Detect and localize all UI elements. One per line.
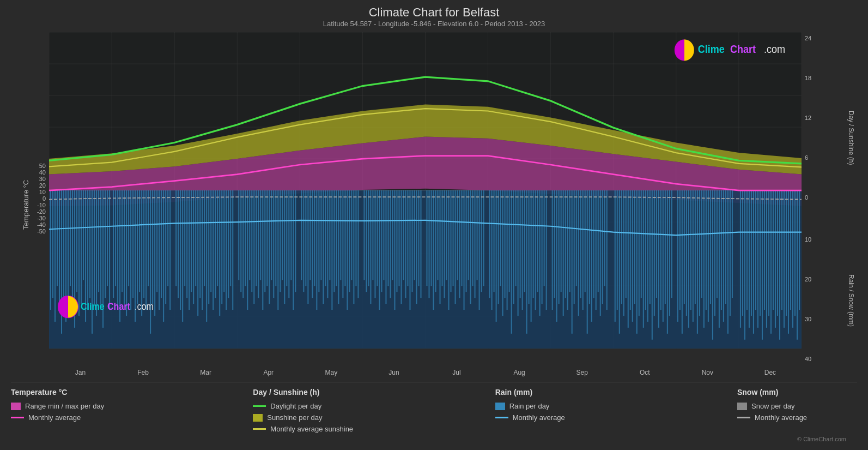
x-axis-labels: Jan Feb Mar Apr May Jun Jul Aug Sep Oct … xyxy=(49,367,802,377)
svg-rect-300 xyxy=(684,190,685,304)
svg-rect-83 xyxy=(178,190,179,298)
svg-rect-284 xyxy=(645,190,646,310)
svg-rect-140 xyxy=(309,190,311,280)
svg-rect-271 xyxy=(617,190,618,310)
svg-rect-69 xyxy=(143,190,144,298)
svg-rect-44 xyxy=(87,190,88,310)
svg-rect-201 xyxy=(451,190,452,292)
svg-rect-143 xyxy=(316,190,317,310)
svg-rect-285 xyxy=(647,190,648,322)
svg-rect-68 xyxy=(141,190,142,316)
svg-rect-103 xyxy=(221,190,222,304)
chart-svg: Clime Chart .com xyxy=(49,32,802,367)
svg-rect-236 xyxy=(531,190,532,322)
svg-rect-124 xyxy=(271,190,272,280)
svg-rect-35 xyxy=(68,190,69,304)
svg-rect-262 xyxy=(591,190,592,322)
svg-rect-141 xyxy=(312,190,313,298)
svg-rect-260 xyxy=(587,190,588,334)
svg-rect-277 xyxy=(630,190,631,310)
legend-sunshine-title: Day / Sunshine (h) xyxy=(253,388,373,397)
svg-rect-328 xyxy=(751,190,752,316)
svg-rect-192 xyxy=(431,190,432,286)
svg-rect-74 xyxy=(154,190,155,316)
svg-rect-272 xyxy=(619,190,620,334)
svg-rect-151 xyxy=(333,190,335,292)
svg-rect-340 xyxy=(777,190,778,316)
legend-rain-title: Rain (mm) xyxy=(495,388,615,397)
legend-rain-per-day: Rain per day xyxy=(495,402,615,410)
svg-rect-321 xyxy=(730,190,731,316)
svg-rect-49 xyxy=(98,190,99,292)
svg-rect-129 xyxy=(282,190,283,280)
svg-rect-79 xyxy=(165,190,166,304)
svg-rect-332 xyxy=(760,190,761,316)
svg-rect-281 xyxy=(639,190,640,316)
svg-rect-67 xyxy=(139,190,140,292)
svg-rect-269 xyxy=(606,190,608,310)
svg-rect-278 xyxy=(632,190,633,322)
svg-rect-267 xyxy=(602,190,603,304)
svg-rect-338 xyxy=(773,190,774,310)
legend-rain-day-label: Rain per day xyxy=(509,402,550,410)
svg-rect-101 xyxy=(217,190,218,286)
svg-rect-310 xyxy=(706,190,707,310)
svg-rect-150 xyxy=(331,190,332,310)
svg-rect-334 xyxy=(764,190,765,310)
svg-rect-261 xyxy=(589,190,590,304)
month-nov: Nov xyxy=(676,369,739,376)
svg-rect-226 xyxy=(509,190,510,292)
svg-rect-182 xyxy=(405,190,406,298)
y-axis-right-label-top: Day / Sunshine (h) xyxy=(847,111,855,123)
svg-rect-167 xyxy=(372,190,373,280)
svg-rect-315 xyxy=(717,190,718,298)
legend-sunshine-avg-label: Monthly average sunshine xyxy=(270,425,353,433)
svg-rect-134 xyxy=(293,190,294,310)
svg-rect-258 xyxy=(582,190,584,310)
svg-rect-247 xyxy=(559,190,560,304)
svg-rect-324 xyxy=(742,190,743,316)
svg-rect-157 xyxy=(347,190,348,310)
svg-rect-183 xyxy=(407,190,408,286)
svg-rect-234 xyxy=(526,190,527,334)
svg-rect-96 xyxy=(206,190,207,322)
svg-text:.com: .com xyxy=(764,44,785,56)
svg-rect-274 xyxy=(623,190,624,316)
svg-rect-154 xyxy=(340,190,341,280)
svg-text:Chart: Chart xyxy=(730,44,756,56)
svg-rect-108 xyxy=(232,190,233,310)
svg-rect-240 xyxy=(539,190,541,316)
svg-rect-209 xyxy=(468,190,469,280)
svg-rect-47 xyxy=(94,190,95,304)
svg-rect-181 xyxy=(403,190,404,280)
month-mar: Mar xyxy=(174,369,237,376)
svg-rect-159 xyxy=(351,190,352,280)
svg-rect-125 xyxy=(273,190,274,298)
svg-rect-346 xyxy=(790,190,791,310)
svg-rect-322 xyxy=(732,190,733,298)
svg-rect-184 xyxy=(409,190,410,310)
svg-rect-223 xyxy=(502,190,503,316)
svg-rect-212 xyxy=(475,190,476,298)
svg-rect-139 xyxy=(307,190,308,304)
svg-rect-220 xyxy=(496,190,497,322)
svg-rect-246 xyxy=(556,190,557,322)
svg-rect-91 xyxy=(195,190,196,286)
svg-rect-84 xyxy=(180,190,181,310)
svg-rect-255 xyxy=(576,190,577,286)
svg-rect-294 xyxy=(667,190,668,334)
svg-rect-88 xyxy=(189,190,190,310)
svg-rect-219 xyxy=(494,190,495,292)
svg-rect-266 xyxy=(600,190,601,316)
svg-rect-175 xyxy=(390,190,391,298)
svg-rect-297 xyxy=(677,190,678,322)
svg-rect-165 xyxy=(368,190,369,286)
legend-snow-avg-label: Monthly average xyxy=(755,413,807,422)
svg-rect-289 xyxy=(656,190,657,298)
svg-rect-197 xyxy=(442,190,443,286)
svg-rect-215 xyxy=(481,190,482,292)
svg-rect-200 xyxy=(448,190,450,310)
svg-rect-188 xyxy=(418,190,419,286)
chart-wrapper: Clime Chart .com xyxy=(49,32,802,377)
svg-rect-66 xyxy=(137,190,138,304)
